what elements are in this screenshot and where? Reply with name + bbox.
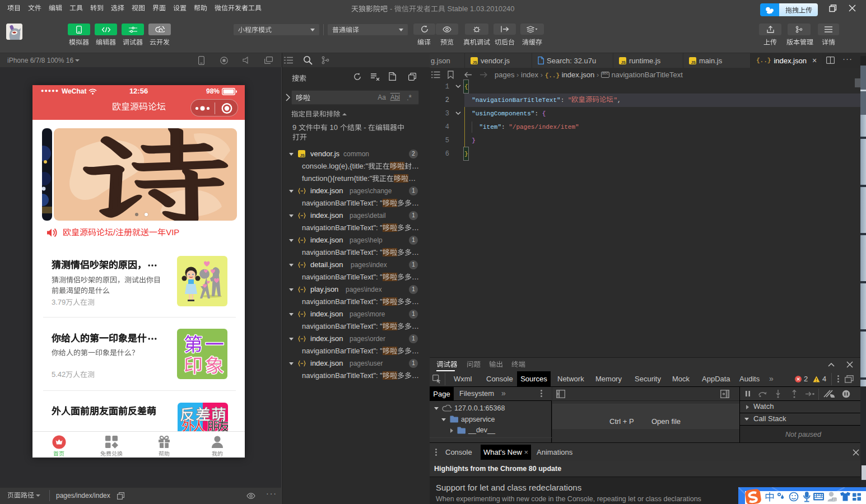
svg-text:21: 21 — [832, 498, 836, 501]
